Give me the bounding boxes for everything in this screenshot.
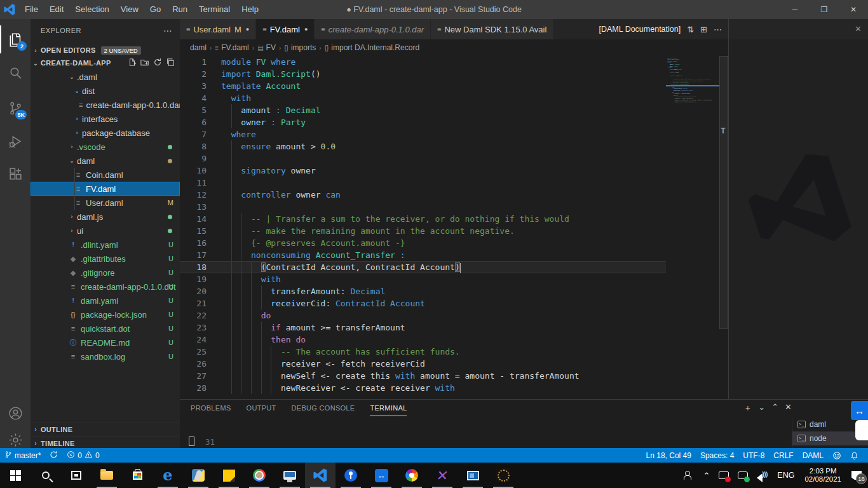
breadcrumb[interactable]: daml›≡FV.daml›▤FV›{}imports›{}import DA.… xyxy=(180,39,728,56)
taskbar-color-wheel-app[interactable] xyxy=(397,463,427,488)
minimap[interactable]: module FV whereimport Daml.Script()templ… xyxy=(666,56,719,399)
tree-item-create-daml-app-0-1-0-dot[interactable]: ≡create-daml-app-0.1.0.dotU xyxy=(31,280,180,294)
tab-create-daml-app-0-1-0-dar[interactable]: ≡create-daml-app-0.1.0.dar xyxy=(315,19,431,39)
refresh-icon[interactable] xyxy=(153,58,162,69)
teamviewer-overlay-icon[interactable]: ↔ xyxy=(851,401,868,420)
explorer-more-actions-icon[interactable]: ⋯ xyxy=(163,25,172,36)
tree-item-daml-yaml[interactable]: !daml.yamlU xyxy=(31,294,180,308)
menu-edit[interactable]: Edit xyxy=(44,0,69,19)
menu-terminal[interactable]: Terminal xyxy=(193,0,236,19)
taskbar-file-explorer[interactable] xyxy=(92,463,122,488)
more-actions-icon[interactable]: ⋯ xyxy=(714,25,722,34)
tray-people-icon[interactable] xyxy=(680,463,698,488)
panel-tab-terminal[interactable]: TERMINAL xyxy=(370,402,407,416)
code-editor[interactable]: 1module FV where2import Daml.Script()3te… xyxy=(180,56,666,399)
tree-item-readme-md[interactable]: ⓘREADME.mdU xyxy=(31,336,180,349)
menu-file[interactable]: File xyxy=(19,0,44,19)
timeline-section[interactable]: › TIMELINE xyxy=(31,436,180,448)
collapse-all-icon[interactable] xyxy=(166,58,175,69)
taskbar-task-view[interactable] xyxy=(61,463,92,488)
taskbar-store[interactable] xyxy=(122,463,153,488)
activity-account[interactable] xyxy=(0,399,31,427)
sync-indicator[interactable] xyxy=(45,448,62,463)
git-branch-indicator[interactable]: master* xyxy=(0,448,45,463)
breadcrumb-item[interactable]: ≡FV.daml xyxy=(215,43,248,52)
split-editor-icon[interactable]: ⊞ xyxy=(700,25,707,34)
breadcrumb-item[interactable]: daml xyxy=(190,43,207,52)
new-file-icon[interactable] xyxy=(128,58,137,69)
tree-item-quickstart-dot[interactable]: ≡quickstart.dotU xyxy=(31,322,180,336)
taskbar-python-app[interactable] xyxy=(183,463,214,488)
taskbar-start[interactable] xyxy=(0,463,31,488)
close-group-icon[interactable]: ✕ xyxy=(855,24,862,34)
taskbar-teamviewer[interactable]: ↔ xyxy=(366,463,397,488)
editor-scrollbar[interactable] xyxy=(719,56,728,399)
tree-item-package-database[interactable]: ›package-database xyxy=(31,126,180,140)
panel-tab-output[interactable]: OUTPUT xyxy=(247,402,276,416)
tree-item-create-daml-app-0-1-0-dar[interactable]: ≡create-daml-app-0.1.0.dar xyxy=(31,98,180,112)
tab-user-daml[interactable]: ≡User.damlM● xyxy=(180,19,256,39)
tray-language[interactable]: ENG xyxy=(773,463,798,488)
status-cursor-position[interactable]: Ln 18, Col 49 xyxy=(642,448,696,463)
close-panel-icon[interactable]: ✕ xyxy=(785,402,792,414)
taskbar-gold-app[interactable] xyxy=(488,463,519,488)
tray-clock[interactable]: 2:03 PM02/08/2021 xyxy=(799,463,846,488)
tree-item--dlint-yaml[interactable]: !.dlint.yamlU xyxy=(31,238,180,252)
breadcrumb-item[interactable]: {}imports xyxy=(284,43,316,52)
minimize-button[interactable]: ─ xyxy=(780,0,810,19)
tab-fv-daml[interactable]: ≡FV.daml● xyxy=(256,19,315,39)
tree-item-dist[interactable]: ⌄dist xyxy=(31,84,180,98)
breadcrumb-item[interactable]: ▤FV xyxy=(257,43,276,52)
menu-go[interactable]: Go xyxy=(144,0,166,19)
tree-item-fv-daml[interactable]: ≡FV.daml xyxy=(31,182,180,196)
taskbar-visual-studio[interactable]: ✕ xyxy=(427,463,458,488)
taskbar-chrome[interactable] xyxy=(244,463,275,488)
status-encoding[interactable]: UTF-8 xyxy=(738,448,769,463)
tree-item--daml[interactable]: ⌄.daml xyxy=(31,70,180,84)
tree-item-interfaces[interactable]: ›interfaces xyxy=(31,112,180,126)
tray-hidden-icons[interactable]: ⌃ xyxy=(699,463,714,488)
status-eol[interactable]: CRLF xyxy=(769,448,797,463)
terminal-dropdown-icon[interactable]: ⌄ xyxy=(758,402,765,414)
taskbar-edge[interactable]: e xyxy=(153,463,183,488)
taskbar-vscode[interactable] xyxy=(305,463,336,488)
taskbar-map-pin-app[interactable] xyxy=(336,463,366,488)
panel-tab-problems[interactable]: PROBLEMS xyxy=(191,402,231,416)
tray-security-alert-icon[interactable] xyxy=(715,463,733,488)
tree-item-sandbox-log[interactable]: ≡sandbox.logU xyxy=(31,349,180,363)
status-language-mode[interactable]: DAML xyxy=(798,448,828,463)
tree-item--gitattributes[interactable]: ◆.gitattributesU xyxy=(31,252,180,266)
maximize-panel-icon[interactable]: ⌃ xyxy=(771,402,778,414)
tree-item-daml-js[interactable]: ›daml.js xyxy=(31,210,180,224)
menu-run[interactable]: Run xyxy=(166,0,193,19)
tree-item-package-lock-json[interactable]: {}package-lock.jsonU xyxy=(31,308,180,322)
tree-item--gitignore[interactable]: ◆.gitignoreU xyxy=(31,266,180,280)
menu-selection[interactable]: Selection xyxy=(69,0,114,19)
new-folder-icon[interactable] xyxy=(140,58,149,69)
activity-source-control[interactable]: 5K xyxy=(0,94,31,122)
feedback-smiley-icon[interactable] xyxy=(828,448,846,463)
tree-item-ui[interactable]: ›ui xyxy=(31,224,180,238)
panel-tab-debug-console[interactable]: DEBUG CONSOLE xyxy=(292,402,355,416)
activity-explorer[interactable]: 2 xyxy=(0,25,31,53)
taskbar-sticky-notes[interactable] xyxy=(214,463,244,488)
taskbar-window-app[interactable] xyxy=(458,463,488,488)
taskbar-search[interactable] xyxy=(31,463,61,488)
teamviewer-bubble[interactable] xyxy=(855,420,868,440)
tree-item--vscode[interactable]: ›.vscode xyxy=(31,140,180,154)
open-editors-section[interactable]: › OPEN EDITORS 2 UNSAVED xyxy=(31,43,180,57)
notifications-bell-icon[interactable] xyxy=(846,448,863,463)
menu-help[interactable]: Help xyxy=(236,0,264,19)
status-indentation[interactable]: Spaces: 4 xyxy=(696,448,738,463)
tab-new-daml-sdk-1-15-0-avail[interactable]: ≡New Daml SDK 1.15.0 Avail xyxy=(431,19,553,39)
outline-section[interactable]: › OUTLINE xyxy=(31,422,180,436)
activity-run-debug[interactable] xyxy=(0,127,31,155)
daml-documentation-action[interactable]: [DAML Documentation] xyxy=(599,25,681,34)
tree-item-user-daml[interactable]: ≡User.damlM xyxy=(31,196,180,210)
taskbar-system-monitor[interactable] xyxy=(275,463,305,488)
close-button[interactable]: ✕ xyxy=(839,0,868,19)
tray-action-center-icon[interactable]: 18 xyxy=(848,463,865,488)
tray-volume-icon[interactable] xyxy=(753,463,772,488)
problems-indicator[interactable]: 0 0 xyxy=(62,448,104,463)
activity-search[interactable] xyxy=(0,58,31,86)
